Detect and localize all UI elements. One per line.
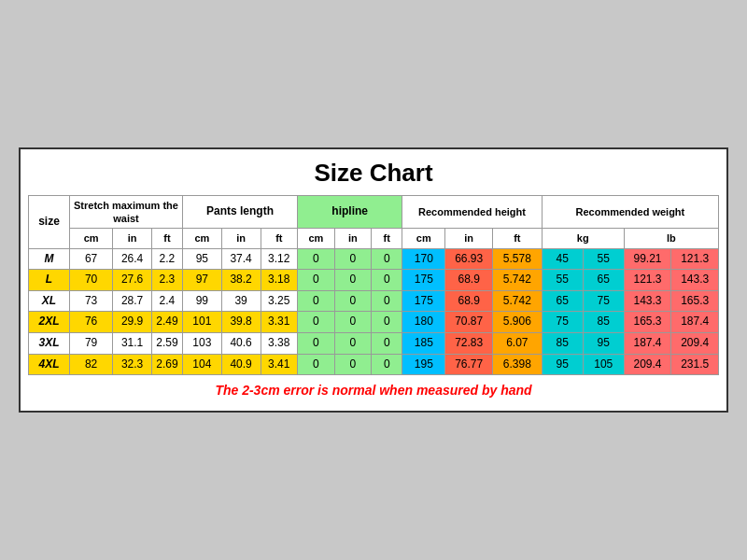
hip-in: in: [334, 229, 372, 248]
table-cell: 2.49: [151, 312, 182, 333]
table-row: M6726.42.29537.43.1200017066.935.5784555…: [29, 248, 719, 270]
table-cell: 0: [298, 290, 335, 312]
table-cell: 39: [221, 290, 261, 312]
table-cell: 0: [334, 312, 372, 333]
table-cell: 3.41: [261, 354, 298, 375]
rw-lb: lb: [624, 229, 718, 248]
table-cell: 195: [402, 354, 445, 375]
rh-ft: ft: [492, 229, 542, 248]
table-cell: 40.6: [221, 333, 261, 355]
size-header: size: [29, 195, 70, 248]
table-cell: 40.9: [221, 354, 261, 375]
table-cell: 75: [542, 312, 583, 333]
table-cell: 3.38: [261, 333, 298, 355]
table-cell: 4XL: [29, 354, 70, 375]
hipline-header: hipline: [298, 195, 402, 229]
table-cell: M: [29, 248, 70, 270]
table-cell: 105: [583, 354, 624, 375]
table-cell: 175: [402, 270, 445, 291]
table-cell: 95: [542, 354, 583, 375]
table-cell: 0: [372, 354, 402, 375]
table-cell: 68.9: [445, 290, 493, 312]
table-cell: 180: [402, 312, 445, 333]
table-cell: 0: [372, 290, 402, 312]
table-cell: 5.906: [492, 312, 542, 333]
table-cell: 0: [334, 290, 372, 312]
table-cell: 0: [372, 270, 402, 291]
table-cell: 95: [583, 333, 624, 355]
size-chart-table: size Stretch maximum the waist Pants len…: [28, 195, 719, 375]
table-cell: 70: [69, 270, 112, 291]
table-cell: 76: [69, 312, 112, 333]
table-cell: 3.18: [261, 270, 298, 291]
table-cell: 2.69: [151, 354, 182, 375]
table-cell: 0: [298, 270, 335, 291]
rw-kg: kg: [542, 229, 624, 248]
table-cell: 28.7: [113, 290, 152, 312]
table-cell: 2.4: [151, 290, 182, 312]
table-cell: 175: [402, 290, 445, 312]
rh-in: in: [445, 229, 493, 248]
table-cell: 37.4: [221, 248, 261, 270]
table-cell: 79: [69, 333, 112, 355]
table-cell: 65: [542, 290, 583, 312]
rec-height-header: Recommended height: [402, 195, 543, 229]
table-cell: 72.83: [445, 333, 493, 355]
table-cell: 99: [182, 290, 221, 312]
table-cell: 76.77: [445, 354, 493, 375]
chart-title: Size Chart: [28, 159, 719, 188]
table-cell: 3.31: [261, 312, 298, 333]
table-cell: 121.3: [624, 270, 671, 291]
table-cell: 85: [542, 333, 583, 355]
table-cell: 143.3: [671, 270, 719, 291]
pants-in: in: [221, 229, 261, 248]
table-cell: 209.4: [671, 333, 719, 355]
waist-cm: cm: [69, 229, 112, 248]
table-cell: 68.9: [445, 270, 493, 291]
header-row-2: cm in ft cm in ft cm in ft cm in ft kg l…: [29, 229, 719, 248]
table-cell: 6.398: [492, 354, 542, 375]
table-cell: 67: [69, 248, 112, 270]
table-cell: 73: [69, 290, 112, 312]
table-cell: 29.9: [113, 312, 152, 333]
table-cell: L: [29, 270, 70, 291]
pants-length-header: Pants length: [182, 195, 297, 229]
table-cell: 5.742: [492, 270, 542, 291]
table-cell: 75: [583, 290, 624, 312]
waist-in: in: [113, 229, 152, 248]
table-cell: 187.4: [624, 333, 671, 355]
table-cell: 104: [182, 354, 221, 375]
table-cell: 0: [334, 270, 372, 291]
table-cell: 209.4: [624, 354, 671, 375]
table-cell: 101: [182, 312, 221, 333]
table-row: 2XL7629.92.4910139.83.3100018070.875.906…: [29, 312, 719, 333]
table-cell: 66.93: [445, 248, 493, 270]
table-cell: 103: [182, 333, 221, 355]
table-cell: 2.2: [151, 248, 182, 270]
table-cell: 170: [402, 248, 445, 270]
table-cell: 82: [69, 354, 112, 375]
table-cell: 0: [334, 354, 372, 375]
table-cell: 5.742: [492, 290, 542, 312]
table-cell: 6.07: [492, 333, 542, 355]
table-cell: 165.3: [671, 290, 719, 312]
table-cell: 45: [542, 248, 583, 270]
table-cell: 0: [298, 312, 335, 333]
table-cell: 27.6: [113, 270, 152, 291]
footnote: The 2-3cm error is normal when measured …: [28, 383, 719, 398]
stretch-waist-header: Stretch maximum the waist: [69, 195, 182, 229]
table-cell: 65: [583, 270, 624, 291]
rh-cm: cm: [402, 229, 445, 248]
table-cell: 95: [182, 248, 221, 270]
table-row: 4XL8232.32.6910440.93.4100019576.776.398…: [29, 354, 719, 375]
table-cell: 2.59: [151, 333, 182, 355]
rec-weight-header: Recommended weight: [542, 195, 718, 229]
header-row-1: size Stretch maximum the waist Pants len…: [29, 195, 719, 229]
pants-cm: cm: [182, 229, 221, 248]
hip-ft: ft: [372, 229, 402, 248]
table-cell: 38.2: [221, 270, 261, 291]
table-cell: 0: [372, 312, 402, 333]
table-row: L7027.62.39738.23.1800017568.95.74255651…: [29, 270, 719, 291]
table-body: M6726.42.29537.43.1200017066.935.5784555…: [29, 248, 719, 375]
table-cell: 231.5: [671, 354, 719, 375]
